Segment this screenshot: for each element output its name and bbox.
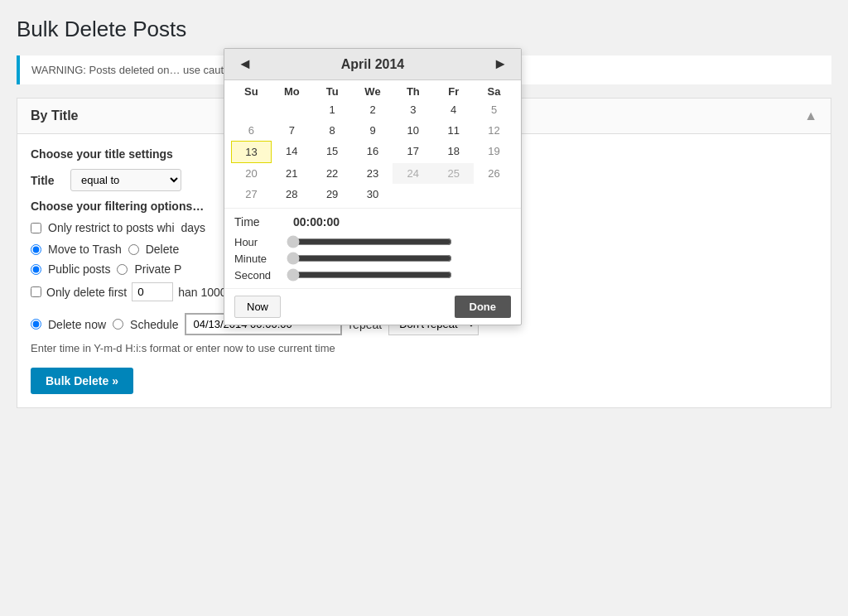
calendar-day — [231, 99, 272, 120]
only-restrict-checkbox[interactable] — [31, 223, 41, 233]
minute-slider-row: Minute — [234, 252, 511, 265]
filtering-subtitle-text: Choose your filtering option — [31, 200, 186, 213]
calendar-time-section: Time 00:00:00 Hour Minute Second — [224, 208, 521, 288]
time-value: 00:00:00 — [293, 215, 340, 229]
calendar-day[interactable]: 21 — [272, 163, 312, 184]
calendar-day[interactable]: 19 — [474, 141, 514, 163]
calendar-day[interactable]: 11 — [433, 120, 474, 141]
hour-label: Hour — [234, 236, 280, 248]
calendar-day[interactable]: 5 — [474, 99, 514, 120]
calendar-day[interactable]: 12 — [474, 120, 514, 141]
calendar-day[interactable]: 7 — [272, 120, 312, 141]
only-restrict-label: Only restrict to posts whi — [48, 221, 175, 234]
delete-now-label: Delete now — [48, 318, 106, 331]
hour-slider[interactable] — [287, 235, 452, 248]
collapse-arrow-icon[interactable]: ▲ — [804, 108, 817, 123]
calendar-day[interactable]: 1 — [312, 99, 353, 120]
calendar-done-button[interactable]: Done — [455, 296, 512, 318]
calendar-day — [474, 184, 514, 205]
days-text: days — [181, 221, 206, 234]
public-posts-radio[interactable] — [31, 264, 41, 275]
calendar-day[interactable]: 6 — [231, 120, 272, 141]
calendar-day[interactable]: 4 — [433, 99, 474, 120]
warning-text: WARNING: Posts deleted on — [31, 64, 169, 76]
calendar-next-button[interactable]: ► — [489, 55, 511, 73]
calendar-grid: Su Mo Tu We Th Fr Sa 1234567891011121314… — [224, 80, 521, 208]
weekday-th: Th — [393, 85, 433, 98]
second-slider[interactable] — [287, 268, 452, 282]
calendar-day[interactable]: 10 — [393, 120, 433, 141]
calendar-day[interactable]: 18 — [433, 141, 474, 163]
only-delete-first-input[interactable] — [132, 282, 173, 301]
calendar-day[interactable]: 16 — [353, 141, 393, 163]
calendar-day — [393, 184, 433, 205]
by-title-label: By Title — [31, 108, 79, 123]
calendar-day[interactable]: 22 — [312, 163, 353, 184]
page-wrapper: Bulk Delete Posts WARNING: Posts deleted… — [0, 0, 848, 616]
schedule-label: Schedule — [130, 318, 178, 331]
title-field-label: Title — [31, 174, 64, 187]
weekday-mo: Mo — [272, 85, 312, 98]
calendar-month-year: April 2014 — [341, 57, 404, 72]
private-posts-radio[interactable] — [117, 264, 128, 275]
hour-slider-row: Hour — [234, 235, 511, 248]
delete-label: Delete — [146, 243, 179, 256]
second-slider-row: Second — [234, 268, 511, 282]
calendar-header: ◄ April 2014 ► — [224, 49, 521, 80]
time-display-row: Time 00:00:00 — [234, 215, 511, 229]
only-delete-first-checkbox[interactable] — [31, 286, 41, 297]
calendar-day[interactable]: 27 — [231, 184, 272, 205]
minute-label: Minute — [234, 253, 280, 265]
calendar-footer: Now Done — [224, 288, 521, 325]
delete-now-radio[interactable] — [31, 319, 41, 330]
title-select[interactable]: equal to not equal to contains does not … — [70, 169, 181, 191]
weekday-we: We — [353, 85, 393, 98]
only-delete-first-label: Only delete first — [46, 286, 127, 299]
calendar-day[interactable]: 24 — [393, 163, 433, 184]
calendar-popup: ◄ April 2014 ► Su Mo Tu We Th Fr Sa 1234… — [224, 48, 522, 325]
calendar-day[interactable]: 29 — [312, 184, 353, 205]
calendar-day[interactable]: 26 — [474, 163, 514, 184]
calendar-day — [433, 184, 474, 205]
calendar-day[interactable]: 20 — [231, 163, 272, 184]
calendar-day[interactable]: 8 — [312, 120, 353, 141]
calendar-day[interactable]: 14 — [272, 141, 312, 163]
second-label: Second — [234, 269, 280, 282]
calendar-day[interactable]: 30 — [353, 184, 393, 205]
weekday-tu: Tu — [312, 85, 353, 98]
calendar-day[interactable]: 9 — [353, 120, 393, 141]
calendar-day[interactable]: 17 — [393, 141, 433, 163]
calendar-day[interactable]: 28 — [272, 184, 312, 205]
move-to-trash-label: Move to Trash — [48, 243, 122, 256]
calendar-day — [272, 99, 312, 120]
page-title: Bulk Delete Posts — [17, 17, 831, 42]
schedule-radio[interactable] — [113, 319, 123, 330]
delete-radio[interactable] — [128, 244, 139, 255]
weekday-su: Su — [231, 85, 272, 98]
calendar-day[interactable]: 13 — [231, 141, 272, 163]
calendar-day[interactable]: 25 — [433, 163, 474, 184]
bulk-delete-button[interactable]: Bulk Delete » — [31, 368, 133, 394]
minute-slider[interactable] — [287, 252, 452, 265]
public-posts-label: Public posts — [48, 262, 110, 276]
calendar-weekdays: Su Mo Tu We Th Fr Sa — [231, 80, 514, 99]
move-to-trash-radio[interactable] — [31, 244, 41, 255]
private-posts-label: Private P — [134, 262, 181, 276]
calendar-day[interactable]: 23 — [353, 163, 393, 184]
weekday-fr: Fr — [433, 85, 474, 98]
calendar-day[interactable]: 2 — [353, 99, 393, 120]
calendar-day[interactable]: 3 — [393, 99, 433, 120]
weekday-sa: Sa — [474, 85, 514, 98]
calendar-now-button[interactable]: Now — [234, 296, 281, 318]
hint-text: Enter time in Y-m-d H:i:s format or ente… — [31, 342, 817, 354]
calendar-prev-button[interactable]: ◄ — [234, 55, 256, 73]
time-label: Time — [234, 215, 280, 229]
calendar-days: 1234567891011121314151617181920212223242… — [231, 99, 514, 205]
calendar-day[interactable]: 15 — [312, 141, 353, 163]
